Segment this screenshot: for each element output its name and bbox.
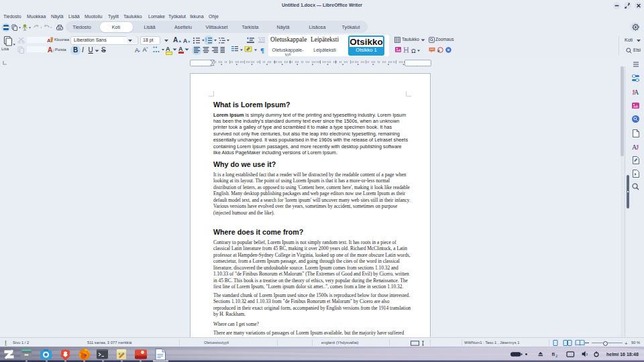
svg-text:helmi 16 18:48: helmi 16 18:48	[606, 352, 639, 357]
svg-text:¶: ¶	[260, 46, 264, 54]
svg-text:2: 2	[205, 39, 207, 42]
svg-text:fi: fi	[552, 351, 555, 357]
svg-text:A: A	[634, 88, 639, 96]
svg-text:A: A	[48, 46, 52, 53]
svg-text:A: A	[47, 38, 51, 43]
svg-text:Ω: Ω	[411, 47, 416, 54]
svg-text:A: A	[632, 143, 637, 151]
